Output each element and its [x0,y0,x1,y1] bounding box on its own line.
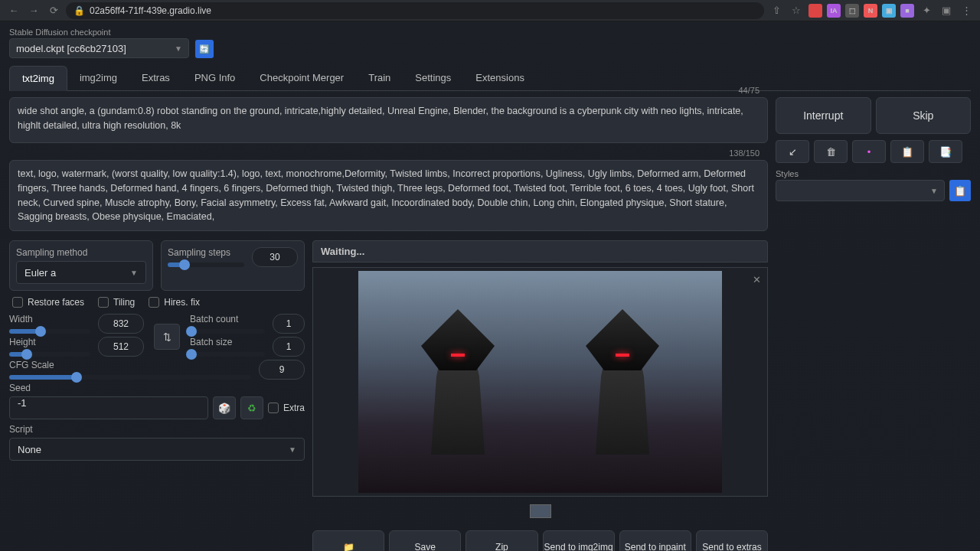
sampling-steps-slider[interactable] [168,262,244,267]
prompt-input[interactable]: 44/75 wide shot angle, a (gundam:0.8) ro… [9,97,768,143]
hires-fix-checkbox[interactable]: Hires. fix [149,297,200,308]
batch-size-slider[interactable] [190,352,265,357]
url-text: 02a56ff4-71ff-439e.gradio.live [90,5,211,16]
extensions-icon[interactable]: ✦ [919,3,934,18]
result-image[interactable] [358,271,722,493]
height-value[interactable]: 512 [98,337,144,357]
chevron-down-icon: ▼ [289,445,296,454]
tab-settings[interactable]: Settings [403,66,463,90]
arrow-button[interactable]: ↙ [776,140,809,163]
negative-prompt-input[interactable]: 138/150 text, logo, watermark, (worst qu… [9,160,768,231]
prompt-text: wide shot angle, a (gundam:0.8) robot st… [18,104,760,133]
apply-style-button[interactable]: 📋 [949,180,971,201]
negative-token-count: 138/150 [729,148,760,158]
tab-img2img[interactable]: img2img [67,66,129,90]
sampling-steps-value[interactable]: 30 [252,247,298,267]
menu-icon[interactable]: ⋮ [959,3,974,18]
zip-button[interactable]: Zip [466,530,537,551]
sampling-method-label: Sampling method [16,247,146,258]
ext-icon-5[interactable]: ▣ [882,4,896,18]
batch-count-label: Batch count [190,314,265,324]
styles-select[interactable]: ▼ [776,180,945,201]
reuse-seed-button[interactable]: ♻ [240,396,263,419]
tab-checkpoint-merger[interactable]: Checkpoint Merger [247,66,356,90]
chevron-down-icon: ▼ [130,269,138,277]
sampling-steps-label: Sampling steps [168,247,244,258]
chevron-down-icon: ▼ [175,44,182,53]
ext-icon-4[interactable]: N [864,4,877,18]
batch-count-value[interactable]: 1 [273,314,305,334]
swap-dimensions-button[interactable]: ⇅ [154,324,180,350]
height-slider[interactable] [9,352,90,357]
tab-train[interactable]: Train [356,66,403,90]
sampling-method-select[interactable]: Euler a ▼ [16,261,146,284]
reload-icon[interactable]: ⟳ [46,3,61,18]
chevron-down-icon: ▼ [930,187,938,195]
clipboard-button[interactable]: 📋 [890,140,924,163]
seed-extra-checkbox[interactable]: Extra [268,403,305,413]
tab-txt2img[interactable]: txt2img [9,66,67,91]
tab-pnginfo[interactable]: PNG Info [182,66,247,90]
url-bar[interactable]: 🔒 02a56ff4-71ff-439e.gradio.live [66,2,764,19]
tiling-checkbox[interactable]: Tiling [98,297,135,308]
save-button[interactable]: Save [389,530,461,551]
panel-icon[interactable]: ▣ [939,3,954,18]
thumbnail[interactable] [530,504,551,518]
checkpoint-select[interactable]: model.ckpt [cc6cb27103] ▼ [9,38,189,58]
checkpoint-label: Stable Diffusion checkpoint [9,28,189,37]
ext-icon-2[interactable]: IA [827,4,841,18]
width-label: Width [9,314,90,324]
script-select[interactable]: None ▼ [9,438,305,461]
star-icon[interactable]: ☆ [789,3,804,18]
cfg-scale-slider[interactable] [9,375,251,380]
lock-icon: 🔒 [74,5,85,16]
refresh-checkpoint-button[interactable]: 🔄 [195,40,214,58]
dot-button[interactable]: • [852,140,886,163]
width-slider[interactable] [9,329,90,334]
output-image-area: ✕ [312,267,768,497]
cfg-scale-label: CFG Scale [9,360,251,370]
open-folder-button[interactable]: 📁 [312,530,384,551]
tab-extras[interactable]: Extras [129,66,182,90]
skip-button[interactable]: Skip [876,97,972,134]
seed-label: Seed [9,383,305,393]
interrupt-button[interactable]: Interrupt [776,97,871,134]
seed-input[interactable]: -1 [9,396,208,419]
close-icon[interactable]: ✕ [753,274,761,285]
script-label: Script [9,424,305,435]
height-label: Height [9,337,90,347]
prompt-token-count: 44/75 [738,86,760,95]
output-status: Waiting... [312,240,768,262]
random-seed-button[interactable]: 🎲 [213,396,236,419]
ext-icon-1[interactable] [808,4,822,18]
batch-size-value[interactable]: 1 [273,337,305,357]
negative-prompt-text: text, logo, watermark, (worst quality, l… [18,167,760,224]
send-extras-button[interactable]: Send to extras [696,530,768,551]
send-img2img-button[interactable]: Send to img2img [543,530,615,551]
back-icon[interactable]: ← [6,3,21,18]
styles-label: Styles [776,169,945,178]
main-tabs: txt2img img2img Extras PNG Info Checkpoi… [9,66,971,91]
share-icon[interactable]: ⇧ [769,3,784,18]
browser-bar: ← → ⟳ 🔒 02a56ff4-71ff-439e.gradio.live ⇧… [0,0,980,21]
tab-extensions[interactable]: Extensions [463,66,537,90]
file-button[interactable]: 📑 [929,140,962,163]
forward-icon[interactable]: → [26,3,41,18]
batch-count-slider[interactable] [190,329,265,334]
width-value[interactable]: 832 [98,314,144,334]
ext-icon-3[interactable]: ⬚ [845,4,859,18]
ext-icon-6[interactable]: ■ [900,4,914,18]
send-inpaint-button[interactable]: Send to inpaint [619,530,691,551]
trash-button[interactable]: 🗑 [814,140,848,163]
batch-size-label: Batch size [190,337,265,347]
cfg-scale-value[interactable]: 9 [259,360,305,380]
restore-faces-checkbox[interactable]: Restore faces [12,297,84,308]
